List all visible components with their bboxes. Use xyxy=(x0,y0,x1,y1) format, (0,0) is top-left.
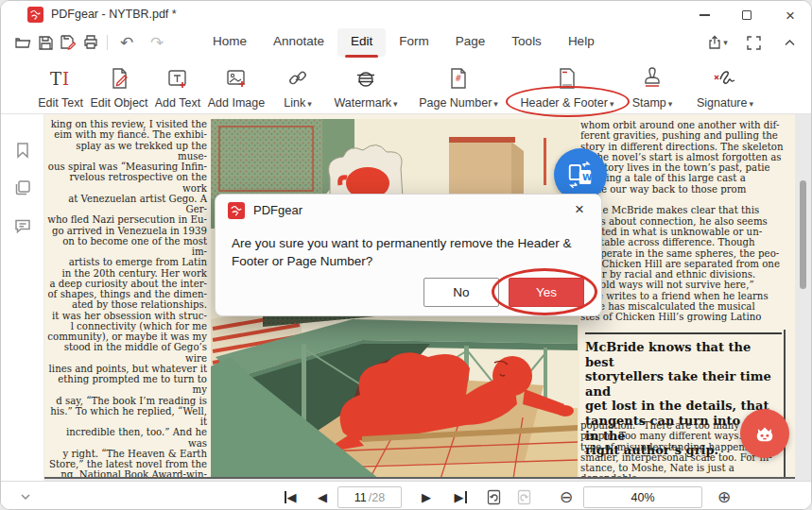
rotate-right-icon[interactable] xyxy=(511,482,536,510)
tool-label: Edit Object xyxy=(90,96,147,112)
tab-help[interactable]: Help xyxy=(555,28,608,57)
minimize-button[interactable] xyxy=(683,1,725,29)
toolbar-divider xyxy=(107,35,108,50)
column-rule xyxy=(784,330,786,479)
signature-icon xyxy=(712,63,738,90)
tab-edit[interactable]: Edit xyxy=(337,28,386,57)
ribbon-row: Home Annotate Edit Form Page Tools Help xyxy=(1,27,812,60)
total-pages: /28 xyxy=(369,491,385,504)
tool-label: Add Image xyxy=(208,96,265,112)
pdfgear-logo-icon xyxy=(27,7,43,23)
pdfgear-window: PDFgear - NYTBR.pdf * Home Annotate Edit… xyxy=(0,0,812,510)
last-page-button[interactable]: ▶ xyxy=(447,482,474,510)
tool-label: Header & Footer xyxy=(521,96,608,110)
tab-form[interactable]: Form xyxy=(386,28,442,57)
dialog-message: Are you sure you want to permanently rem… xyxy=(232,234,593,270)
svg-text:#: # xyxy=(455,74,462,83)
article-right-column-top: whom orbit around one another with dif- … xyxy=(580,120,794,323)
confirm-dialog: PDFgear × Are you sure you want to perma… xyxy=(215,194,602,316)
comments-panel-icon[interactable] xyxy=(13,216,32,235)
undo-icon[interactable] xyxy=(114,30,139,55)
article-left-column: king on this review, I visited the eim w… xyxy=(46,119,207,479)
ai-assistant-button[interactable] xyxy=(740,409,789,458)
svg-text:W: W xyxy=(582,172,593,182)
tool-label: Edit Text xyxy=(38,96,83,112)
dialog-close-icon[interactable]: × xyxy=(569,199,590,220)
chevron-down-icon: ▾ xyxy=(307,99,312,109)
maximize-button[interactable] xyxy=(726,1,768,29)
add-text-button[interactable]: Add Text xyxy=(149,63,206,112)
previous-page-button[interactable]: ◀ xyxy=(311,482,334,510)
fullscreen-icon[interactable] xyxy=(741,30,766,55)
print-icon[interactable] xyxy=(78,30,103,55)
first-page-button[interactable]: ◀ xyxy=(277,482,303,510)
watermark-icon xyxy=(354,63,377,90)
rotate-left-icon[interactable] xyxy=(481,482,506,510)
page-number-button[interactable]: # Page Number▾ xyxy=(413,63,504,112)
page-number-icon: # xyxy=(447,63,470,90)
menu-tab-bar: Home Annotate Edit Form Page Tools Help xyxy=(199,27,608,60)
chevron-down-icon: ▾ xyxy=(393,99,398,109)
tool-label: Page Number xyxy=(419,96,492,110)
link-button[interactable]: Link▾ xyxy=(273,63,322,112)
chevron-down-icon: ▾ xyxy=(668,99,673,109)
add-image-button[interactable]: Add Image xyxy=(205,63,268,112)
link-icon xyxy=(286,63,309,90)
window-title: PDFgear - NYTBR.pdf * xyxy=(51,8,177,21)
tool-label: Add Text xyxy=(155,96,200,112)
bottom-bar: ◀ ◀ 11 /28 ▶ ▶ ⊖ 40% ⊕ xyxy=(1,481,812,510)
header-footer-icon xyxy=(556,63,579,90)
zoom-level-input[interactable]: 40% xyxy=(583,486,702,508)
header-footer-button[interactable]: Header & Footer▾ xyxy=(508,63,627,112)
collapse-sidebar-icon[interactable] xyxy=(14,482,37,510)
title-bar: PDFgear - NYTBR.pdf * xyxy=(1,1,812,27)
redo-icon[interactable] xyxy=(145,30,169,55)
bookmarks-panel-icon[interactable] xyxy=(13,141,32,160)
zoom-out-icon[interactable]: ⊖ xyxy=(554,482,579,510)
tab-page[interactable]: Page xyxy=(442,28,499,57)
share-icon[interactable] xyxy=(705,30,730,55)
no-button[interactable]: No xyxy=(423,278,499,307)
edit-object-button[interactable]: Edit Object xyxy=(85,63,153,112)
tool-label: Link xyxy=(284,96,305,110)
add-image-icon xyxy=(225,63,248,90)
svg-text:T: T xyxy=(50,69,61,89)
chevron-down-icon: ▾ xyxy=(493,99,498,109)
tab-home[interactable]: Home xyxy=(199,28,260,57)
add-text-icon xyxy=(166,63,189,90)
chevron-down-icon: ▾ xyxy=(610,99,614,109)
tab-tools[interactable]: Tools xyxy=(498,28,555,57)
tool-label: Signature xyxy=(697,96,748,110)
watermark-button[interactable]: Watermark▾ xyxy=(328,63,404,112)
save-as-icon[interactable] xyxy=(56,30,80,55)
svg-text:I: I xyxy=(62,69,69,89)
stamp-button[interactable]: Stamp▾ xyxy=(625,63,680,112)
pdfgear-logo-icon xyxy=(228,202,245,219)
current-page: 11 xyxy=(354,491,367,504)
stamp-icon xyxy=(641,63,664,90)
save-icon[interactable] xyxy=(33,30,58,55)
next-page-button[interactable]: ▶ xyxy=(415,482,438,510)
yes-button[interactable]: Yes xyxy=(509,278,584,307)
page-number-input[interactable]: 11 /28 xyxy=(337,486,402,508)
dialog-title-bar: PDFgear × xyxy=(216,195,601,225)
edit-object-icon xyxy=(108,63,130,90)
edit-toolbar: TI Edit Text Edit Object Add Text Add Im… xyxy=(1,60,812,114)
zoom-in-icon[interactable]: ⊕ xyxy=(712,482,736,510)
collapse-ribbon-icon[interactable] xyxy=(777,30,802,55)
edit-text-icon: TI xyxy=(48,63,73,90)
dialog-title: PDFgear xyxy=(253,203,302,217)
open-file-icon[interactable] xyxy=(10,30,35,55)
vertical-scrollbar[interactable] xyxy=(800,180,806,289)
signature-button[interactable]: Signature▾ xyxy=(687,63,763,112)
tool-label: Watermark xyxy=(334,96,391,110)
tool-label: Stamp xyxy=(632,96,666,110)
tab-annotate[interactable]: Annotate xyxy=(260,28,337,57)
close-button[interactable] xyxy=(769,1,811,29)
chevron-down-icon: ▾ xyxy=(749,99,753,109)
pull-quote-rule xyxy=(585,332,782,334)
page-thumbnails-icon[interactable] xyxy=(13,178,32,197)
left-sidebar xyxy=(1,114,44,481)
edit-text-button[interactable]: TI Edit Text xyxy=(32,63,89,112)
